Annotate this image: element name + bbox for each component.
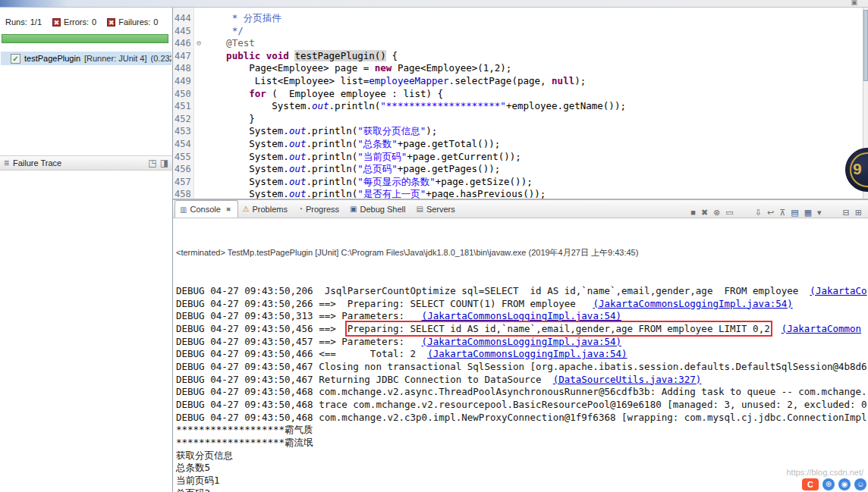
code-text[interactable]: List<Employee> list=employeeMapper.selec… — [203, 75, 863, 88]
code-token: null — [552, 75, 574, 86]
code-token: ( Employee employee : list) { — [266, 88, 443, 99]
word-wrap-icon[interactable]: ↩ — [767, 207, 774, 218]
console-line: DEBUG 04-27 09:43:50,467 Returning JDBC … — [176, 374, 868, 387]
clear-console-icon[interactable]: ▭ — [725, 207, 733, 218]
console-line: *******************霸流氓 — [176, 437, 868, 450]
code-line: 454 System.out.println("总条数"+page.getTot… — [173, 138, 863, 151]
code-text[interactable]: * 分页插件 — [203, 12, 863, 25]
code-editor[interactable]: 444 * 分页插件445 */446⊖ @Test447 public voi… — [173, 8, 863, 199]
console-line: DEBUG 04-27 09:43:50,468 trace com.mchan… — [176, 399, 868, 412]
console-view: ▥ Console ✖ ⚠ Problems ◔ Progress ▣ Debu… — [173, 199, 868, 492]
console-text: DEBUG 04-27 09:43:50,313 ==> Parameters: — [176, 310, 422, 321]
line-number[interactable]: 447 — [173, 50, 194, 63]
share-dot-icon[interactable]: ◉ — [838, 478, 851, 490]
code-token: .println( — [329, 100, 381, 111]
line-number[interactable]: 454 — [173, 138, 194, 151]
line-number[interactable]: 458 — [173, 188, 194, 199]
junit-progress-bar — [2, 34, 168, 43]
test-result-item[interactable]: ✓ testPagePlugin [Runner: JUnit 4] (0.23… — [1, 52, 171, 65]
console-link[interactable]: (JakartaCommonsLoggingImpl.java:54) — [422, 336, 621, 347]
tab-console[interactable]: ▥ Console ✖ — [175, 200, 238, 218]
fold-collapse-icon[interactable]: ⊖ — [194, 37, 203, 50]
console-line: 总页码3 — [176, 487, 868, 492]
code-token: .println( — [306, 176, 357, 187]
line-number[interactable]: 448 — [173, 62, 194, 75]
terminate-icon[interactable]: ■ — [690, 207, 696, 218]
remove-launch-icon[interactable]: ✖ — [701, 207, 708, 218]
line-number[interactable]: 455 — [173, 151, 194, 164]
remove-all-launches-icon[interactable]: ⊗ — [713, 207, 720, 218]
compare-result-icon[interactable]: ◨ — [160, 158, 168, 168]
code-text[interactable]: Page<Employee> page = new Page<Employee>… — [203, 62, 863, 75]
code-text[interactable]: @Test — [203, 37, 863, 50]
code-text[interactable]: public void testPagePlugin() { — [203, 50, 863, 63]
code-text[interactable]: System.out.println("总条数"+page.getTotal()… — [203, 138, 863, 151]
line-number[interactable]: 451 — [173, 100, 194, 113]
pin-console-icon[interactable]: ⊼ — [779, 207, 785, 218]
code-token: .println( — [306, 188, 357, 199]
console-toolbar: ■ ✖ ⊗ ▭ ⇩ ↩ ⊼ ▤ ▦ ▾ ⊟ ⊞ — [690, 207, 868, 218]
code-line: 444 * 分页插件 — [173, 12, 863, 25]
line-number[interactable]: 453 — [173, 125, 194, 138]
code-text[interactable]: System.out.println("每页显示的条数"+page.getSiz… — [203, 176, 863, 189]
tab-debug-shell[interactable]: ▣ Debug Shell — [345, 200, 411, 218]
medal-number: 9 — [853, 160, 862, 178]
display-selected-console-icon[interactable]: ▤ — [791, 207, 798, 218]
scroll-lock-icon[interactable]: ⇩ — [755, 207, 762, 218]
code-token: +page.hasPrevious()); — [426, 188, 546, 199]
code-token: +page.getCurrent()); — [407, 151, 521, 162]
watermark-icons: C ⊕ ◉ ☺ — [786, 478, 866, 490]
minimize-icon[interactable]: ⊟ — [843, 207, 850, 218]
console-text: DEBUG 04-27 09:43:50,457 ==> Parameters: — [176, 336, 422, 347]
code-text[interactable]: System.out.println("总页码"+page.getPages()… — [203, 163, 863, 176]
open-console-icon[interactable]: ▦ — [804, 207, 812, 218]
code-text[interactable]: System.out.println("********************… — [203, 100, 863, 113]
share-plus-icon[interactable]: ⊕ — [822, 478, 835, 490]
tab-problems[interactable]: ⚠ Problems — [238, 200, 294, 218]
code-text[interactable]: } — [203, 113, 863, 126]
code-text[interactable]: System.out.println("是否有上一页"+page.hasPrev… — [203, 188, 863, 199]
share-smile-icon[interactable]: ☺ — [854, 478, 866, 490]
code-text[interactable]: */ — [203, 25, 863, 38]
fold-gutter — [194, 100, 203, 113]
console-text — [770, 323, 782, 334]
console-link[interactable]: (JakartaCommonsLoggingImpl.java:54) — [593, 298, 792, 309]
console-output[interactable]: <terminated> TestMp.testPagePlugin [JUni… — [173, 218, 868, 492]
code-text[interactable]: for ( Employee employee : list) { — [203, 88, 863, 101]
console-link[interactable]: (JakartaCommonsLoggingImpl.java:54) — [427, 348, 627, 359]
fold-gutter — [194, 12, 203, 25]
console-dropdown-icon[interactable]: ▾ — [817, 207, 822, 218]
line-number[interactable]: 449 — [173, 75, 194, 88]
close-icon[interactable]: ✖ — [226, 206, 231, 213]
line-number[interactable]: 446 — [173, 37, 194, 50]
fold-gutter — [194, 113, 203, 126]
console-link[interactable]: (JakartaCommon — [782, 323, 861, 334]
tab-progress[interactable]: ◔ Progress — [294, 200, 345, 218]
maximize-icon[interactable]: ⊞ — [855, 207, 862, 218]
console-link[interactable]: (JakartaCommonsLoggingImpl.java:54) — [422, 310, 621, 321]
code-text[interactable]: System.out.println("获取分页信息"); — [203, 125, 863, 138]
line-number[interactable]: 452 — [173, 113, 194, 126]
line-number[interactable]: 457 — [173, 176, 194, 189]
line-number[interactable]: 456 — [173, 163, 194, 176]
fold-gutter — [194, 188, 203, 199]
fold-gutter — [194, 138, 203, 151]
console-link[interactable]: (DataSourceUtils.java:327) — [553, 374, 702, 385]
line-number[interactable]: 445 — [173, 25, 194, 38]
line-number[interactable]: 444 — [173, 12, 194, 25]
failure-trace-label: Failure Trace — [13, 158, 61, 168]
csdn-logo-icon[interactable]: C — [802, 478, 819, 490]
servers-icon: ▤ — [416, 205, 423, 213]
fold-gutter — [194, 88, 203, 101]
failures-label: Failures: — [118, 17, 150, 27]
line-number[interactable]: 450 — [173, 88, 194, 101]
console-line: DEBUG 04-27 09:43:50,466 <== Total: 2 (J… — [176, 348, 868, 361]
console-text: 获取分页信息 — [176, 450, 233, 461]
scrollbar-thumb[interactable] — [863, 10, 868, 81]
code-text[interactable]: System.out.println("当前页码"+page.getCurren… — [203, 151, 863, 164]
code-token: out — [289, 125, 307, 136]
window-restore-icon[interactable]: ▣ — [851, 0, 857, 6]
console-link[interactable]: (JakartaCo — [810, 285, 866, 296]
tab-servers[interactable]: ▤ Servers — [411, 200, 461, 218]
show-trace-in-console-icon[interactable]: ◳ — [148, 158, 156, 168]
